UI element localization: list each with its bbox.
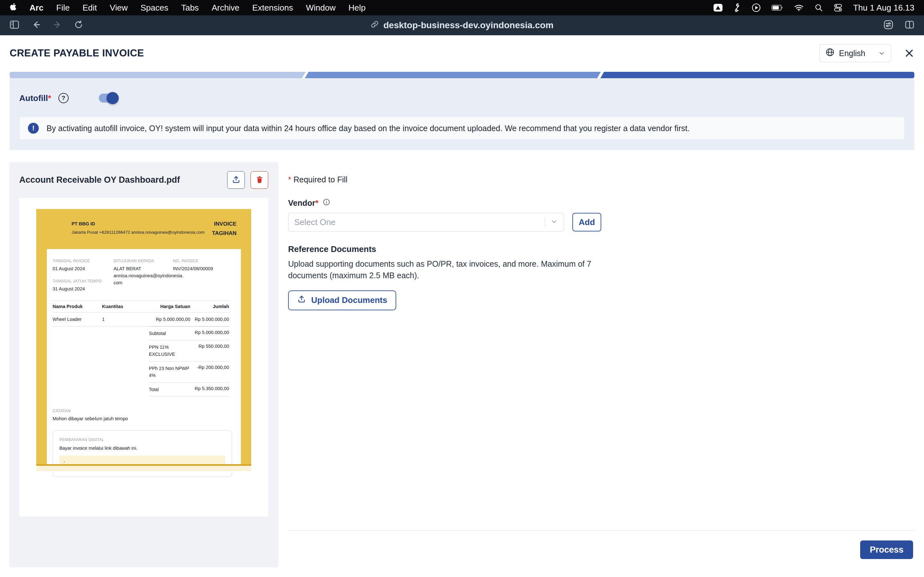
reference-documents-description: Upload supporting documents such as PO/P… [288, 258, 597, 282]
vendor-select[interactable]: Select One [288, 213, 564, 231]
progress-segment-1 [10, 72, 306, 78]
upload-documents-button[interactable]: Upload Documents [288, 290, 396, 310]
autofill-toggle[interactable] [99, 93, 118, 103]
apple-icon[interactable] [10, 3, 17, 13]
step-progress-bar [10, 72, 914, 78]
invoice-totals: Subtotal Rp 5.000.000,00 PPN 11%EXCLUSIV… [149, 326, 229, 397]
due-date-label: TANGGAL JATUH TEMPO [53, 279, 113, 284]
invoice-doc-title: INVOICE TAGIHAN [212, 219, 236, 238]
invoice-footer-strip [36, 466, 251, 471]
menu-item-extensions[interactable]: Extensions [252, 3, 293, 13]
addressed-email-2: com [113, 279, 173, 287]
autofill-panel: Autofill* ? ! By activating autofill inv… [10, 78, 914, 150]
addressed-to-name: ALAT BERAT [113, 266, 173, 272]
total-row-ppn: PPN 11%EXCLUSIVE Rp 550.000,00 [149, 340, 229, 361]
forward-icon[interactable] [53, 20, 62, 31]
total-row-pph: PPh 23 Non NPWP4% -Rp 200.000,00 [149, 361, 229, 382]
invoice-body: TANGGAL INVOICE 01 August 2024 TANGGAL J… [47, 249, 241, 464]
invoice-render: PT BBG ID Jakarta Pusat +628111266472 an… [36, 209, 251, 471]
required-note: * Required to Fill [288, 175, 914, 184]
invoice-form: * Required to Fill Vendor* Select One Ad… [288, 162, 914, 567]
invoice-date: 01 August 2024 [53, 266, 113, 272]
trash-icon [255, 175, 264, 185]
addressed-email-1: annisa.novaguinea@oyindonesia. [113, 272, 173, 279]
menu-item-help[interactable]: Help [349, 3, 365, 13]
chevron-down-icon [878, 50, 885, 57]
invoice-footer-accent [36, 464, 251, 466]
page-title: CREATE PAYABLE INVOICE [10, 47, 819, 59]
addressed-to-label: DITUJUKAN KEPADA [113, 259, 173, 263]
boost-settings-icon[interactable] [883, 19, 894, 31]
menu-item-archive[interactable]: Archive [212, 3, 240, 13]
notes-label: CATATAN [53, 409, 241, 413]
process-button[interactable]: Process [860, 540, 913, 559]
due-date: 31 August 2024 [53, 285, 113, 293]
invoice-line-items: Nama Produk Kuantitas Harga Satuan Jumla… [53, 300, 229, 326]
language-label: English [839, 49, 865, 58]
alert-icon: ! [28, 123, 39, 134]
menu-bar-clock[interactable]: Thu 1 Aug 16.13 [853, 3, 914, 13]
toggle-knob [107, 92, 119, 104]
document-filename: Account Receivable OY Dashboard.pdf [19, 175, 227, 185]
vendor-select-placeholder: Select One [294, 218, 545, 227]
delete-document-button[interactable] [250, 171, 268, 189]
reupload-document-button[interactable] [227, 171, 245, 189]
macos-menu-bar: Arc File Edit View Spaces Tabs Archive E… [0, 0, 924, 15]
autofill-label: Autofill* [19, 93, 51, 103]
reference-documents-title: Reference Documents [288, 244, 914, 254]
add-vendor-button[interactable]: Add [572, 213, 601, 231]
autofill-banner-text: By activating autofill invoice, OY! syst… [47, 124, 690, 133]
battery-icon[interactable] [772, 5, 783, 11]
spotlight-search-icon[interactable] [814, 3, 823, 12]
help-icon[interactable]: ? [58, 93, 69, 103]
vendor-label: Vendor* [288, 198, 318, 208]
menu-item-view[interactable]: View [110, 3, 128, 13]
upload-icon [232, 175, 241, 185]
table-row: Wheel Loader 1 Rp 5.000.000,00 Rp 5.000.… [53, 312, 229, 326]
address-bar[interactable]: desktop-business-dev.oyindonesia.com [371, 20, 553, 31]
browser-toolbar: desktop-business-dev.oyindonesia.com [0, 15, 924, 35]
link-icon [371, 20, 379, 31]
back-icon[interactable] [31, 20, 41, 31]
menu-item-file[interactable]: File [56, 3, 69, 13]
notes-text: Mohon dibayar sebelum jatuh tempo [53, 416, 241, 422]
dragon-icon[interactable] [734, 3, 741, 13]
select-divider [545, 218, 545, 227]
control-center-icon[interactable] [834, 3, 842, 12]
menu-item-spaces[interactable]: Spaces [141, 3, 168, 13]
menu-item-arc[interactable]: Arc [29, 3, 43, 13]
sidebar-toggle-icon[interactable] [9, 19, 20, 31]
pdf-preview-page: PT BBG ID Jakarta Pusat +628111266472 an… [19, 198, 268, 516]
total-row-total: Total Rp 5.350.000,00 [149, 382, 229, 396]
menu-item-window[interactable]: Window [306, 3, 336, 13]
payment-text: Bayar invoice melalui link dibawah ini. [59, 446, 225, 451]
menu-item-tabs[interactable]: Tabs [181, 3, 199, 13]
payment-label: PEMBAYARAN DIGITAL [59, 438, 225, 442]
progress-segment-2 [305, 72, 601, 78]
screenshot-app-icon[interactable] [713, 3, 723, 12]
globe-icon [825, 48, 835, 59]
page-header: CREATE PAYABLE INVOICE English [0, 35, 924, 71]
chevron-down-icon [550, 218, 558, 227]
url-text: desktop-business-dev.oyindonesia.com [383, 20, 553, 31]
upload-icon [297, 295, 306, 306]
play-circle-icon[interactable] [752, 3, 761, 12]
autofill-info-banner: ! By activating autofill invoice, OY! sy… [19, 117, 905, 140]
language-selector[interactable]: English [819, 44, 891, 62]
uploaded-document-card: Account Receivable OY Dashboard.pdf PT B… [10, 162, 278, 567]
invoice-no: INV/2024/08/00009 [173, 266, 241, 272]
info-icon[interactable] [323, 198, 330, 208]
progress-segment-3 [600, 72, 914, 78]
split-view-icon[interactable] [904, 19, 915, 31]
wifi-icon[interactable] [794, 4, 804, 11]
invoice-no-label: NO. INVOICE [173, 259, 241, 263]
total-row-subtotal: Subtotal Rp 5.000.000,00 [149, 326, 229, 340]
close-icon[interactable] [904, 48, 914, 58]
menu-item-edit[interactable]: Edit [82, 3, 97, 13]
reload-icon[interactable] [74, 20, 83, 31]
invoice-date-label: TANGGAL INVOICE [53, 259, 113, 263]
